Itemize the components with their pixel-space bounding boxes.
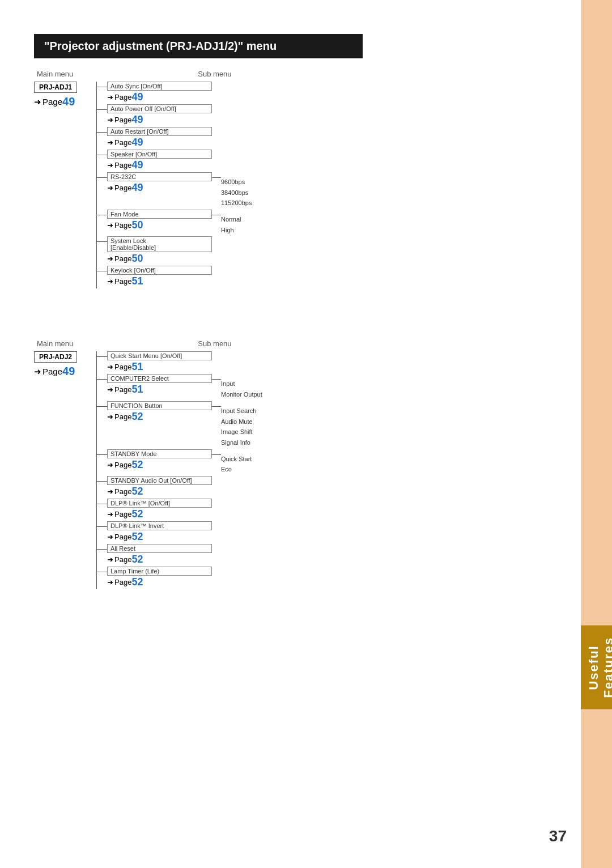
- entry-arrow: ➜: [107, 412, 113, 421]
- entry-arrow: ➜: [107, 161, 113, 169]
- h-connector: [97, 271, 107, 271]
- entry-page-num: 52: [131, 486, 143, 497]
- left-arrow-2: ➜: [34, 367, 41, 377]
- entry-row: FUNCTION Button➜Page 52Input SearchAudio…: [97, 401, 262, 448]
- entry-arrow: ➜: [107, 578, 113, 586]
- entry-row: Auto Restart [On/Off]➜Page 49: [97, 127, 252, 148]
- sub-item: Quick Start: [221, 454, 252, 465]
- entry-page-num: 51: [131, 361, 143, 373]
- entry-page-word: Page: [114, 254, 131, 263]
- h-connector: [97, 549, 107, 550]
- entry-page-num: 50: [131, 219, 143, 231]
- main-menu-label-1: Main menu: [37, 70, 73, 78]
- entry-arrow: ➜: [107, 533, 113, 541]
- entry-label: Lamp Timer (Life): [107, 567, 212, 576]
- entry-row: Quick Start Menu [On/Off]➜Page 51: [97, 351, 262, 373]
- entry-page-word: Page: [114, 277, 131, 286]
- right-h-connector: [212, 379, 221, 380]
- section-prj-adj1: Main menu Sub menu PRJ-ADJ1 ➜ Page 49 Au…: [34, 70, 561, 288]
- entry-page-num: 52: [131, 554, 143, 565]
- h-connector: [97, 177, 107, 178]
- sub-item: Input Search: [221, 406, 256, 416]
- entry-page-word: Page: [114, 487, 131, 496]
- entry-page-num: 49: [131, 91, 143, 103]
- entry-row: DLP® Link™ [On/Off]➜Page 52: [97, 499, 262, 520]
- entry-arrow: ➜: [107, 254, 113, 263]
- left-arrow-1: ➜: [34, 97, 41, 107]
- entry-label: Quick Start Menu [On/Off]: [107, 351, 212, 360]
- entry-row: Auto Sync [On/Off]➜Page 49: [97, 82, 252, 103]
- right-h-connector: [212, 177, 221, 178]
- sub-item: Monitor Output: [221, 389, 262, 400]
- h-connector: [97, 109, 107, 110]
- entry-arrow: ➜: [107, 555, 113, 564]
- sub-item: 38400bps: [221, 188, 252, 198]
- section1-entries: Auto Sync [On/Off]➜Page 49Auto Power Off…: [97, 82, 252, 288]
- entry-page-num: 52: [131, 459, 143, 471]
- entry-page-num: 49: [131, 114, 143, 126]
- entry-label: All Reset: [107, 544, 212, 553]
- sub-item: High: [221, 225, 241, 236]
- entry-page-word: Page: [114, 93, 131, 101]
- entry-label: Auto Sync [On/Off]: [107, 82, 212, 91]
- h-connector: [97, 504, 107, 504]
- entry-label: COMPUTER2 Select: [107, 374, 212, 383]
- entry-arrow: ➜: [107, 363, 113, 371]
- sub-item: Input: [221, 378, 262, 389]
- page-number: 37: [549, 827, 567, 845]
- entry-page-num: 50: [131, 253, 143, 265]
- h-connector: [97, 481, 107, 482]
- main-menu-label-2: Main menu: [37, 339, 73, 348]
- entry-row: RS-232C➜Page 499600bps38400bps115200bps: [97, 172, 252, 209]
- sub-menu-label-2: Sub menu: [198, 339, 231, 348]
- sub-item: 9600bps: [221, 177, 252, 188]
- entry-page-word: Page: [114, 533, 131, 541]
- entry-row: Keylock [On/Off]➜Page 51: [97, 266, 252, 287]
- section-prj-adj2: Main menu Sub menu PRJ-ADJ2 ➜ Page 49 Qu…: [34, 339, 561, 589]
- h-connector: [97, 526, 107, 527]
- entry-row: Fan Mode➜Page 50NormalHigh: [97, 210, 252, 235]
- entry-label: STANDBY Mode: [107, 449, 212, 458]
- entry-arrow: ➜: [107, 510, 113, 518]
- h-connector: [97, 155, 107, 155]
- entry-page-num: 49: [131, 182, 143, 194]
- entry-label: Auto Power Off [On/Off]: [107, 104, 212, 113]
- entry-page-word: Page: [114, 363, 131, 371]
- entry-label: DLP® Link™ [On/Off]: [107, 499, 212, 508]
- entry-arrow: ➜: [107, 385, 113, 394]
- entry-arrow: ➜: [107, 184, 113, 192]
- entry-row: STANDBY Mode➜Page 52Quick StartEco: [97, 449, 262, 475]
- entry-label: RS-232C: [107, 172, 212, 181]
- entry-row: DLP® Link™ Invert➜Page 52: [97, 521, 262, 543]
- section2-entries: Quick Start Menu [On/Off]➜Page 51COMPUTE…: [97, 351, 262, 589]
- entry-page-word: Page: [114, 138, 131, 147]
- entry-page-word: Page: [114, 555, 131, 564]
- entry-page-num: 52: [131, 508, 143, 520]
- entry-label: Keylock [On/Off]: [107, 266, 212, 275]
- entry-page-word: Page: [114, 161, 131, 169]
- sub-item: Signal Info: [221, 437, 256, 448]
- entry-label: DLP® Link™ Invert: [107, 521, 212, 530]
- entry-page-num: 49: [131, 137, 143, 148]
- entry-page-word: Page: [114, 184, 131, 192]
- entry-arrow: ➜: [107, 93, 113, 101]
- sidebar-bottom-decoration: [581, 709, 612, 868]
- right-h-connector: [212, 454, 221, 455]
- entry-arrow: ➜: [107, 277, 113, 286]
- entry-page-num: 51: [131, 275, 143, 287]
- sub-item: Normal: [221, 214, 241, 225]
- entry-label: FUNCTION Button: [107, 401, 212, 410]
- entry-page-word: Page: [114, 221, 131, 229]
- entry-page-num: 52: [131, 531, 143, 543]
- sub-item: Eco: [221, 464, 252, 475]
- entry-page-num: 52: [131, 411, 143, 423]
- entry-arrow: ➜: [107, 487, 113, 496]
- h-connector: [97, 572, 107, 572]
- left-page-num-2: 49: [62, 365, 75, 378]
- entry-arrow: ➜: [107, 221, 113, 229]
- entry-row: COMPUTER2 Select➜Page 51InputMonitor Out…: [97, 374, 262, 399]
- page-title: "Projector adjustment (PRJ-ADJ1/2)" menu: [34, 34, 363, 58]
- h-connector: [97, 454, 107, 455]
- entry-page-word: Page: [114, 461, 131, 469]
- entry-label: Speaker [On/Off]: [107, 150, 212, 159]
